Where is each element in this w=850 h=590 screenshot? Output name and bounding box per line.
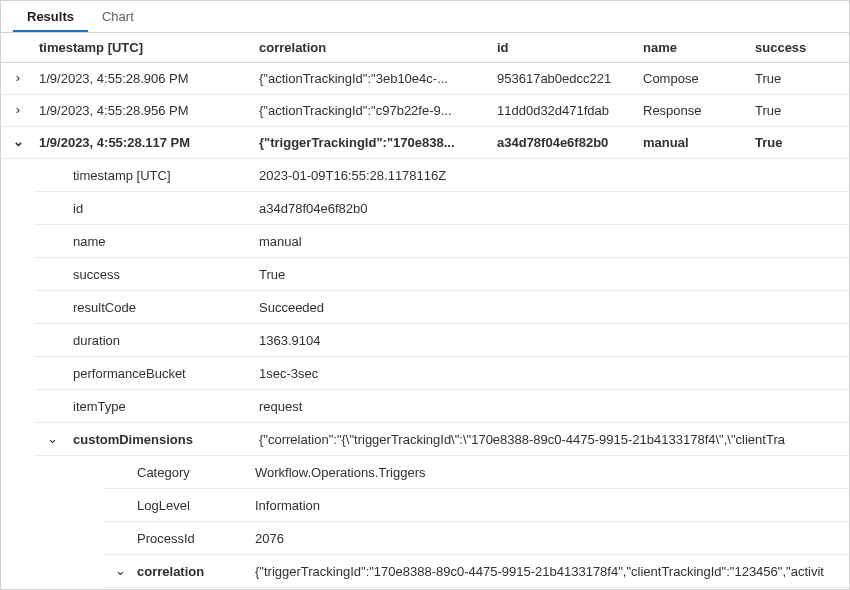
detail-key-customdimensions: customDimensions bbox=[69, 432, 259, 447]
detail-val-timestamp: 2023-01-09T16:55:28.1178116Z bbox=[259, 168, 849, 183]
cell-name: manual bbox=[643, 135, 755, 150]
cell-correlation: {"actionTrackingId":"3eb10e4c-... bbox=[259, 71, 497, 86]
col-id[interactable]: id bbox=[497, 40, 643, 55]
detail-val-success: True bbox=[259, 267, 849, 282]
cell-correlation: {"actionTrackingId":"c97b22fe-9... bbox=[259, 103, 497, 118]
chevron-down-icon[interactable]: ⌄ bbox=[1, 135, 35, 150]
detail-val-customdimensions: {"correlation":"{\"triggerTrackingId\":\… bbox=[259, 432, 849, 447]
cd-val-processid: 2076 bbox=[255, 531, 849, 546]
cd-key-correlation: correlation bbox=[137, 564, 255, 579]
tab-bar: Results Chart bbox=[1, 1, 849, 33]
cell-id: a34d78f04e6f82b0 bbox=[497, 135, 643, 150]
cd-key-loglevel: LogLevel bbox=[137, 498, 255, 513]
chevron-down-icon[interactable]: ⌄ bbox=[103, 564, 137, 579]
cd-key-processid: ProcessId bbox=[137, 531, 255, 546]
table-header: timestamp [UTC] correlation id name succ… bbox=[1, 33, 849, 63]
cell-timestamp: 1/9/2023, 4:55:28.956 PM bbox=[35, 103, 259, 118]
clienttrackingid-highlight: "clientTrackingId":"123456" bbox=[626, 564, 782, 579]
detail-key-performancebucket: performanceBucket bbox=[69, 366, 259, 381]
detail-val-id: a34d78f04e6f82b0 bbox=[259, 201, 849, 216]
tab-results[interactable]: Results bbox=[13, 1, 88, 32]
chevron-right-icon[interactable]: › bbox=[1, 103, 35, 118]
chevron-down-icon[interactable]: ⌄ bbox=[35, 432, 69, 447]
customdimensions-children: CategoryWorkflow.Operations.Triggers Log… bbox=[35, 456, 849, 588]
detail-val-duration: 1363.9104 bbox=[259, 333, 849, 348]
detail-key-timestamp: timestamp [UTC] bbox=[69, 168, 259, 183]
col-correlation[interactable]: correlation bbox=[259, 40, 497, 55]
detail-key-name: name bbox=[69, 234, 259, 249]
table-row[interactable]: › 1/9/2023, 4:55:28.906 PM {"actionTrack… bbox=[1, 63, 849, 95]
col-timestamp[interactable]: timestamp [UTC] bbox=[35, 40, 259, 55]
table-row-expanded[interactable]: ⌄ 1/9/2023, 4:55:28.117 PM {"triggerTrac… bbox=[1, 127, 849, 159]
cell-success: True bbox=[755, 71, 835, 86]
cd-row-correlation[interactable]: ⌄ correlation {"triggerTrackingId":"170e… bbox=[103, 555, 849, 588]
cd-key-category: Category bbox=[137, 465, 255, 480]
cd-val-correlation: {"triggerTrackingId":"170e8388-89c0-4475… bbox=[255, 564, 849, 579]
cell-name: Compose bbox=[643, 71, 755, 86]
cell-id: 11dd0d32d471fdab bbox=[497, 103, 643, 118]
cell-name: Response bbox=[643, 103, 755, 118]
detail-row-customdimensions[interactable]: ⌄ customDimensions {"correlation":"{\"tr… bbox=[35, 423, 849, 456]
chevron-right-icon[interactable]: › bbox=[1, 71, 35, 86]
row-details: timestamp [UTC]2023-01-09T16:55:28.11781… bbox=[1, 159, 849, 588]
table-row[interactable]: › 1/9/2023, 4:55:28.956 PM {"actionTrack… bbox=[1, 95, 849, 127]
cell-timestamp: 1/9/2023, 4:55:28.117 PM bbox=[35, 135, 259, 150]
detail-val-resultcode: Succeeded bbox=[259, 300, 849, 315]
cell-correlation: {"triggerTrackingId":"170e838... bbox=[259, 135, 497, 150]
cd-val-loglevel: Information bbox=[255, 498, 849, 513]
cell-id: 953617ab0edcc221 bbox=[497, 71, 643, 86]
tab-chart[interactable]: Chart bbox=[88, 1, 148, 32]
detail-key-id: id bbox=[69, 201, 259, 216]
cell-success: True bbox=[755, 135, 835, 150]
detail-key-success: success bbox=[69, 267, 259, 282]
detail-key-duration: duration bbox=[69, 333, 259, 348]
col-success[interactable]: success bbox=[755, 40, 835, 55]
detail-val-name: manual bbox=[259, 234, 849, 249]
cell-success: True bbox=[755, 103, 835, 118]
detail-key-resultcode: resultCode bbox=[69, 300, 259, 315]
col-name[interactable]: name bbox=[643, 40, 755, 55]
detail-key-itemtype: itemType bbox=[69, 399, 259, 414]
cd-val-category: Workflow.Operations.Triggers bbox=[255, 465, 849, 480]
detail-val-performancebucket: 1sec-3sec bbox=[259, 366, 849, 381]
detail-val-itemtype: request bbox=[259, 399, 849, 414]
cell-timestamp: 1/9/2023, 4:55:28.906 PM bbox=[35, 71, 259, 86]
